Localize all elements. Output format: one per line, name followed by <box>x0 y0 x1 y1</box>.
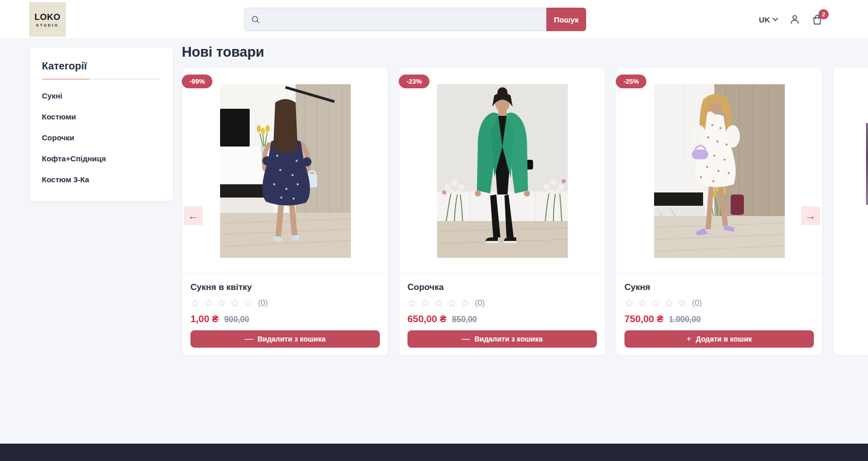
product-photo-wrap <box>616 68 822 274</box>
rating-count: (0) <box>258 299 268 308</box>
star-icons: ☆☆☆☆☆ <box>624 298 690 309</box>
product-info: Сукня в квітку ☆☆☆☆☆ (0) 1,00 ₴ 900,00 <box>182 274 388 325</box>
minus-icon: — <box>462 335 470 343</box>
search-input[interactable] <box>265 15 540 24</box>
chevron-down-icon <box>773 17 778 21</box>
star-icons: ☆☆☆☆☆ <box>407 298 473 309</box>
product-name[interactable]: Сукня в квітку <box>190 282 380 293</box>
user-icon <box>789 14 801 26</box>
logo-subtitle: STUDIO <box>36 23 59 27</box>
product-photo-wrap <box>182 68 388 274</box>
product-name[interactable]: Сорочка <box>407 282 597 293</box>
remove-from-cart-button[interactable]: — Видалити з кошика <box>407 330 597 348</box>
search-input-wrap <box>244 8 546 31</box>
header-actions: UK 2 <box>759 0 823 39</box>
product-photo-illustration <box>437 84 568 258</box>
price-row: 650,00 ₴ 850,00 <box>407 313 597 325</box>
button-label: Додати в кошик <box>696 335 752 343</box>
search-bar: Пошук <box>244 8 586 31</box>
sidebar-list: Сукні Костюми Сорочки Кофта+Спідниця Кос… <box>42 85 161 190</box>
sidebar-title: Категорії <box>42 60 161 72</box>
old-price: 900,00 <box>224 315 249 324</box>
carousel-next-button[interactable]: → <box>801 206 820 225</box>
product-card: -99% <box>182 67 389 356</box>
product-photo-wrap <box>399 68 605 274</box>
sidebar-item-blouse-skirt[interactable]: Кофта+Спідниця <box>42 148 161 169</box>
remove-from-cart-button[interactable]: — Видалити з кошика <box>190 330 380 348</box>
page-title: Нові товари <box>182 44 264 60</box>
logo[interactable]: LOKO STUDIO <box>29 2 66 37</box>
product-image[interactable] <box>654 84 785 258</box>
star-icons: ☆☆☆☆☆ <box>190 298 256 309</box>
categories-sidebar: Категорії Сукні Костюми Сорочки Кофта+Сп… <box>30 47 173 201</box>
sidebar-item-suits[interactable]: Костюми <box>42 106 161 127</box>
arrow-right-icon: → <box>805 210 816 222</box>
sidebar-item-dresses[interactable]: Сукні <box>42 85 161 106</box>
carousel-prev-button[interactable]: ← <box>184 206 203 225</box>
product-photo-illustration <box>654 84 785 258</box>
cart-count-badge: 2 <box>818 9 829 19</box>
plus-icon: + <box>686 335 691 343</box>
account-button[interactable] <box>789 14 801 26</box>
product-image[interactable] <box>220 84 351 258</box>
logo-title: LOKO <box>34 12 60 22</box>
product-card: -25% <box>616 67 823 356</box>
rating-count: (0) <box>692 299 702 308</box>
discount-badge: -99% <box>182 75 212 88</box>
price-row: 750,00 ₴ 1.000,00 <box>624 313 814 325</box>
arrow-left-icon: ← <box>188 210 199 222</box>
current-price: 1,00 ₴ <box>190 313 219 325</box>
product-info: Сукня ☆☆☆☆☆ (0) 750,00 ₴ 1.000,00 <box>616 274 822 325</box>
rating-row: ☆☆☆☆☆ (0) <box>624 298 814 309</box>
discount-badge: -23% <box>399 75 429 88</box>
search-button[interactable]: Пошук <box>546 8 586 31</box>
rating-count: (0) <box>475 299 485 308</box>
discount-badge: -25% <box>616 75 646 88</box>
product-image-sliver <box>866 123 868 205</box>
product-card: -23% <box>399 67 606 356</box>
product-card-partial <box>833 67 868 356</box>
language-selector[interactable]: UK <box>759 15 778 24</box>
header: LOKO STUDIO Пошук UK 2 <box>0 0 868 39</box>
product-info: Сорочка ☆☆☆☆☆ (0) 650,00 ₴ 850,00 <box>399 274 605 325</box>
product-image[interactable] <box>437 84 568 258</box>
old-price: 1.000,00 <box>669 315 701 324</box>
new-products-carousel: -99% <box>182 67 868 356</box>
footer <box>0 444 868 461</box>
price-row: 1,00 ₴ 900,00 <box>190 313 380 325</box>
product-name[interactable]: Сукня <box>624 282 814 293</box>
product-photo-illustration <box>220 84 351 258</box>
current-price: 650,00 ₴ <box>407 313 446 325</box>
button-label: Видалити з кошика <box>257 335 326 343</box>
current-price: 750,00 ₴ <box>624 313 663 325</box>
language-selected: UK <box>759 15 770 24</box>
rating-row: ☆☆☆☆☆ (0) <box>407 298 597 309</box>
button-label: Видалити з кошика <box>474 335 543 343</box>
sidebar-item-suit-3pc[interactable]: Костюм 3-Ка <box>42 169 161 190</box>
add-to-cart-button[interactable]: + Додати в кошик <box>624 330 814 348</box>
minus-icon: — <box>245 335 253 343</box>
sidebar-item-shirts[interactable]: Сорочки <box>42 127 161 148</box>
cart-button[interactable]: 2 <box>811 14 823 26</box>
sidebar-underline <box>42 79 161 80</box>
search-icon <box>251 15 260 25</box>
old-price: 850,00 <box>452 315 477 324</box>
rating-row: ☆☆☆☆☆ (0) <box>190 298 380 309</box>
